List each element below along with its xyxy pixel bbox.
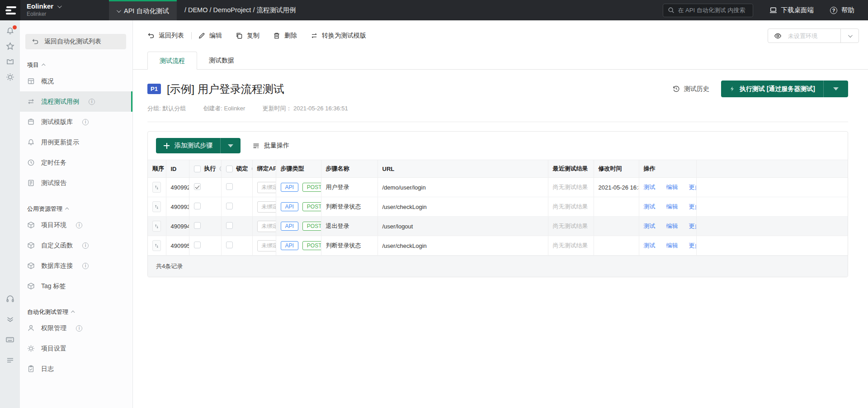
back-to-list-button[interactable]: 返回列表 bbox=[147, 32, 184, 40]
tab-test-data[interactable]: 测试数据 bbox=[197, 52, 246, 70]
bind-api-button[interactable]: 未绑定 bbox=[257, 201, 276, 213]
tab-test-flow[interactable]: 测试流程 bbox=[147, 52, 197, 70]
lock-checkbox[interactable] bbox=[226, 242, 233, 248]
sidebar-item-project-env[interactable]: 项目环境 bbox=[20, 215, 132, 235]
sidebar-item-case-update-notice[interactable]: 用例更新提示 bbox=[20, 132, 132, 152]
sidebar-item-flow-test-cases[interactable]: 流程测试用例 bbox=[20, 91, 132, 112]
more-link[interactable]: 更多 bbox=[689, 183, 697, 191]
select-all-run-checkbox[interactable] bbox=[194, 166, 201, 172]
swap-arrows-icon bbox=[311, 32, 318, 39]
sidebar-item-tags[interactable]: Tag 标签 bbox=[20, 276, 132, 296]
double-chevron-down-icon[interactable] bbox=[6, 315, 14, 323]
sidebar-item-test-templates[interactable]: 测试模版库 bbox=[20, 112, 132, 132]
module-tab-api-automation[interactable]: API 自动化测试 bbox=[109, 0, 177, 20]
more-link[interactable]: 更多 bbox=[689, 222, 697, 230]
global-search[interactable] bbox=[663, 4, 753, 17]
drag-handle[interactable] bbox=[152, 201, 161, 212]
edit-link[interactable]: 编辑 bbox=[666, 242, 678, 250]
person-icon bbox=[27, 324, 35, 332]
cube-icon bbox=[27, 282, 35, 290]
col-lock: 锁定 bbox=[221, 160, 252, 178]
lock-checkbox[interactable] bbox=[226, 222, 233, 229]
triangle-down-icon bbox=[228, 144, 233, 147]
sidebar-item-permissions[interactable]: 权限管理 bbox=[20, 318, 132, 338]
step-result: 尚无测试结果 bbox=[548, 236, 594, 256]
bind-api-button[interactable]: 未绑定 bbox=[257, 240, 276, 251]
cube-icon bbox=[27, 242, 35, 249]
sidebar-section-project[interactable]: 项目 bbox=[27, 61, 132, 69]
info-icon bbox=[82, 242, 89, 249]
breadcrumb[interactable]: / DEMO / DemoProject / 流程测试用例 bbox=[184, 0, 296, 20]
select-all-lock-checkbox[interactable] bbox=[226, 166, 233, 172]
sidebar-item-project-settings[interactable]: 项目设置 bbox=[20, 338, 132, 359]
run-test-split-button: 执行测试 [通过服务器测试] bbox=[721, 81, 848, 97]
copy-button[interactable]: 复制 bbox=[236, 32, 259, 40]
environment-input[interactable] bbox=[787, 29, 840, 43]
sidebar-item-scheduled-tasks[interactable]: 定时任务 bbox=[20, 152, 132, 173]
api-badge: API bbox=[281, 222, 298, 231]
gear-icon[interactable] bbox=[6, 73, 14, 81]
batch-list-icon bbox=[252, 142, 260, 150]
edit-button[interactable]: 编辑 bbox=[198, 32, 222, 40]
test-link[interactable]: 测试 bbox=[644, 203, 656, 211]
step-url: /user/checkLogin bbox=[377, 236, 548, 256]
more-link[interactable]: 更多 bbox=[689, 203, 697, 211]
add-step-button[interactable]: 添加测试步骤 bbox=[156, 138, 220, 153]
drag-handle[interactable] bbox=[152, 182, 161, 193]
help-button[interactable]: 帮助 bbox=[830, 0, 854, 20]
test-link[interactable]: 测试 bbox=[644, 222, 656, 230]
lock-checkbox[interactable] bbox=[226, 183, 233, 190]
plus-icon bbox=[164, 143, 170, 149]
workspace-switcher[interactable]: Eolinker Eolinker bbox=[20, 0, 109, 20]
chevron-down-icon[interactable] bbox=[840, 29, 859, 43]
sidebar-section-automation-admin[interactable]: 自动化测试管理 bbox=[27, 308, 132, 316]
sidebar-item-test-reports[interactable]: 测试报告 bbox=[20, 173, 132, 193]
edit-link[interactable]: 编辑 bbox=[666, 222, 678, 230]
drag-handle[interactable] bbox=[152, 221, 161, 232]
convert-to-template-button[interactable]: 转换为测试模版 bbox=[311, 32, 366, 40]
keyboard-icon[interactable] bbox=[5, 335, 14, 344]
add-step-split-button: 添加测试步骤 bbox=[156, 138, 241, 153]
batch-operations-button[interactable]: 批量操作 bbox=[252, 142, 289, 150]
sidebar-section-shared-resources[interactable]: 公用资源管理 bbox=[27, 205, 132, 213]
pencil-icon bbox=[198, 32, 205, 39]
list-lines-icon[interactable] bbox=[6, 356, 14, 365]
more-link[interactable]: 更多 bbox=[689, 242, 697, 250]
add-step-dropdown[interactable] bbox=[221, 138, 241, 153]
method-badge: POST bbox=[302, 183, 321, 192]
module-tab-label: API 自动化测试 bbox=[124, 7, 169, 15]
lock-checkbox[interactable] bbox=[226, 203, 233, 209]
eolinker-logo-icon[interactable] bbox=[0, 0, 20, 20]
sidebar-item-custom-functions[interactable]: 自定义函数 bbox=[20, 235, 132, 256]
test-history-button[interactable]: 测试历史 bbox=[672, 85, 709, 93]
download-desktop-button[interactable]: 下载桌面端 bbox=[769, 0, 814, 20]
steps-toolbar: 添加测试步骤 批量操作 bbox=[148, 132, 848, 160]
test-link[interactable]: 测试 bbox=[644, 242, 656, 250]
cube-icon bbox=[27, 221, 35, 229]
run-checkbox[interactable] bbox=[194, 222, 201, 229]
test-link[interactable]: 测试 bbox=[644, 183, 656, 191]
package-icon[interactable] bbox=[6, 57, 14, 66]
run-test-button[interactable]: 执行测试 [通过服务器测试] bbox=[721, 81, 823, 97]
sidebar-item-logs[interactable]: 日志 bbox=[20, 359, 132, 379]
run-checkbox[interactable] bbox=[194, 183, 201, 190]
bind-api-button[interactable]: 未绑定 bbox=[257, 182, 276, 193]
edit-link[interactable]: 编辑 bbox=[666, 183, 678, 191]
drag-handle[interactable] bbox=[152, 240, 161, 251]
sidebar-item-overview[interactable]: 概况 bbox=[20, 71, 132, 91]
bind-api-button[interactable]: 未绑定 bbox=[257, 221, 276, 232]
run-test-dropdown[interactable] bbox=[824, 81, 848, 97]
edit-link[interactable]: 编辑 bbox=[666, 203, 678, 211]
headphones-support-icon[interactable] bbox=[6, 294, 14, 303]
search-input[interactable] bbox=[678, 7, 748, 14]
run-checkbox[interactable] bbox=[194, 203, 201, 209]
table-header-row: 顺序 ID 执行 锁定 绑定API 步骤类型 步骤名称 URL 最近测试结果 修… bbox=[148, 160, 848, 178]
back-to-automation-list-button[interactable]: 返回自动化测试列表 bbox=[25, 34, 126, 49]
delete-button[interactable]: 删除 bbox=[273, 32, 297, 40]
topbar: Eolinker Eolinker API 自动化测试 / DEMO / Dem… bbox=[0, 0, 868, 20]
notifications-bell-icon[interactable] bbox=[6, 27, 14, 35]
run-checkbox[interactable] bbox=[194, 242, 201, 248]
star-icon[interactable] bbox=[6, 42, 14, 51]
eye-icon[interactable] bbox=[768, 29, 787, 43]
sidebar-item-database-connections[interactable]: 数据库连接 bbox=[20, 256, 132, 276]
